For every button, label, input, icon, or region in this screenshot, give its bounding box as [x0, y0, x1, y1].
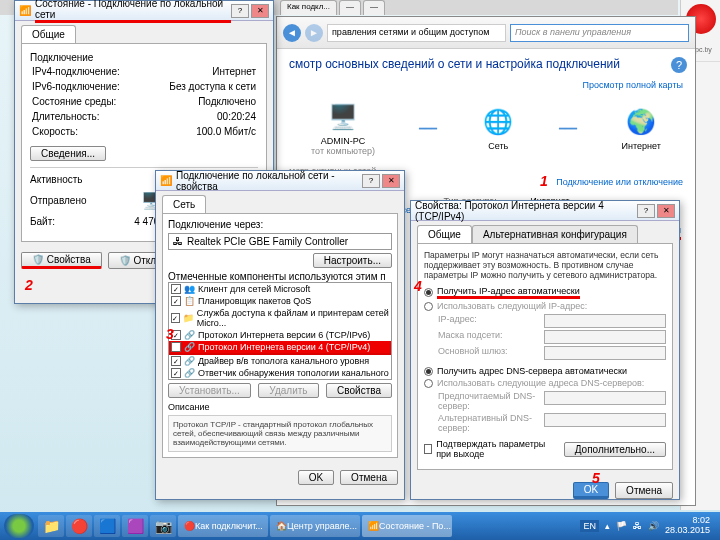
titlebar[interactable]: Свойства: Протокол Интернета версии 4 (T…	[411, 201, 679, 221]
explorer-pin-icon[interactable]: 📁	[38, 515, 64, 537]
duration-value: 00:20:24	[146, 110, 256, 123]
window-title: Подключение по локальной сети - свойства	[176, 170, 362, 192]
validate-label: Подтверждать параметры при выходе	[436, 439, 560, 459]
ok-button[interactable]: OK	[298, 470, 334, 485]
titlebar[interactable]: 📶 Подключение по локальной сети - свойст…	[156, 171, 404, 191]
list-item[interactable]: ✓👥 Клиент для сетей Microsoft	[169, 283, 391, 295]
taskbar: 📁 🔴 🟦 🟪 📷 🔴 Как подключит... 🏠 Центр упр…	[0, 512, 720, 540]
speed-value: 100.0 Мбит/с	[146, 125, 256, 138]
intro-text: Параметры IP могут назначаться автоматич…	[424, 250, 666, 280]
back-button[interactable]: ◄	[283, 24, 301, 42]
tab-general[interactable]: Общие	[417, 225, 472, 243]
network-icon: 🌐	[481, 105, 515, 139]
ip-address-field	[544, 314, 666, 328]
help-button[interactable]: ?	[637, 204, 655, 218]
tray-volume-icon[interactable]: 🔊	[648, 521, 659, 531]
tab-network[interactable]: Сеть	[162, 195, 206, 213]
cancel-button[interactable]: Отмена	[615, 482, 673, 499]
callout-3: 3	[166, 326, 174, 342]
signal-icon: 📶	[160, 175, 172, 187]
components-list[interactable]: ✓👥 Клиент для сетей Microsoft ✓📋 Планиро…	[168, 282, 392, 380]
taskbar-item[interactable]: 🔴 Как подключит...	[178, 515, 268, 537]
properties-button[interactable]: 🛡️ Свойства	[21, 252, 102, 269]
alt-dns-field	[544, 413, 666, 427]
search-input[interactable]: Поиск в панели управления	[510, 24, 689, 42]
callout-4: 4	[414, 278, 422, 294]
list-item[interactable]: ✓🔗 Ответчик обнаружения топологии каналь…	[169, 367, 391, 379]
radio-auto-ip[interactable]: Получить IP-адрес автоматически	[424, 286, 666, 299]
browser-tab[interactable]: Как подкл...	[280, 0, 337, 15]
signal-icon: 📶	[19, 5, 31, 17]
details-button[interactable]: Сведения...	[30, 146, 106, 161]
breadcrumb[interactable]: правления сетями и общим доступом	[327, 24, 506, 42]
radio-manual-dns[interactable]: Использовать следующие адреса DNS-сервер…	[424, 378, 666, 388]
close-button[interactable]: ✕	[251, 4, 269, 18]
components-label: Отмеченные компоненты используются этим …	[168, 271, 392, 282]
configure-button[interactable]: Настроить...	[313, 253, 392, 268]
app-pin-icon[interactable]: 🟪	[122, 515, 148, 537]
close-button[interactable]: ✕	[657, 204, 675, 218]
app-pin-icon[interactable]: 📷	[150, 515, 176, 537]
ok-button[interactable]: OK	[573, 482, 609, 499]
connect-using-label: Подключение через:	[168, 219, 392, 230]
tray-up-icon[interactable]: ▴	[605, 521, 610, 531]
computer-icon: 🖥️	[326, 100, 360, 134]
tab-alt-config[interactable]: Альтернативная конфигурация	[472, 225, 638, 243]
radio-auto-dns[interactable]: Получить адрес DNS-сервера автоматически	[424, 366, 666, 376]
nic-icon: 🖧	[173, 236, 183, 247]
ipv4-properties-window: Свойства: Протокол Интернета версии 4 (T…	[410, 200, 680, 500]
full-map-link[interactable]: Просмотр полной карты	[582, 80, 683, 90]
ipv6-value: Без доступа к сети	[146, 80, 256, 93]
help-button[interactable]: ?	[231, 4, 249, 18]
subnet-mask-field	[544, 330, 666, 344]
remove-button: Удалить	[258, 383, 318, 398]
ipv4-value: Интернет	[146, 65, 256, 78]
close-button[interactable]: ✕	[382, 174, 400, 188]
opera-pin-icon[interactable]: 🔴	[66, 515, 92, 537]
tab-general[interactable]: Общие	[21, 25, 76, 43]
start-button[interactable]	[4, 514, 34, 538]
map-node-network: 🌐 Сеть	[481, 105, 515, 151]
page-title: смотр основных сведений о сети и настрой…	[289, 57, 683, 71]
taskbar-item[interactable]: 🏠 Центр управле...	[270, 515, 360, 537]
forward-button[interactable]: ►	[305, 24, 323, 42]
callout-5: 5	[592, 470, 600, 486]
gateway-field	[544, 346, 666, 360]
help-icon[interactable]: ?	[671, 57, 687, 73]
list-item-selected[interactable]: ✓🔗 Протокол Интернета версии 4 (TCP/IPv4…	[169, 341, 391, 355]
titlebar[interactable]: 📶 Состояние - Подключение по локальной с…	[15, 1, 273, 21]
tray-flag-icon[interactable]: 🏳️	[616, 521, 627, 531]
advanced-button[interactable]: Дополнительно...	[564, 442, 666, 457]
install-button[interactable]: Установить...	[168, 383, 251, 398]
callout-2: 2	[25, 277, 33, 293]
taskbar-item-active[interactable]: 📶 Состояние - По...	[362, 515, 452, 537]
cancel-button[interactable]: Отмена	[340, 470, 398, 485]
state-value: Подключено	[146, 95, 256, 108]
list-item[interactable]: ✓🔗 Протокол Интернета версии 6 (TCP/IPv6…	[169, 329, 391, 341]
list-item[interactable]: ✓🔗 Драйвер в/в тополога канального уровн…	[169, 355, 391, 367]
map-node-pc: 🖥️ ADMIN-PC тот компьютер)	[311, 100, 375, 156]
window-title: Свойства: Протокол Интернета версии 4 (T…	[415, 200, 637, 222]
preferred-dns-field	[544, 391, 666, 405]
window-title: Состояние - Подключение по локальной сет…	[35, 0, 231, 23]
browser-tab[interactable]: —	[363, 0, 385, 15]
internet-icon: 🌍	[624, 105, 658, 139]
sent-label: Отправлено	[30, 195, 86, 206]
list-item[interactable]: ✓📁 Служба доступа к файлам и принтерам с…	[169, 307, 391, 329]
tray-network-icon[interactable]: 🖧	[633, 521, 642, 531]
connection-properties-window: 📶 Подключение по локальной сети - свойст…	[155, 170, 405, 500]
language-indicator[interactable]: EN	[580, 520, 599, 532]
adapter-name: 🖧 Realtek PCIe GBE Family Controller	[168, 233, 392, 250]
description-label: Описание	[168, 402, 392, 412]
clock[interactable]: 8:02 28.03.2015	[665, 516, 710, 536]
map-node-internet: 🌍 Интернет	[622, 105, 661, 151]
callout-1: 1	[540, 173, 548, 189]
app-pin-icon[interactable]: 🟦	[94, 515, 120, 537]
radio-manual-ip[interactable]: Использовать следующий IP-адрес:	[424, 301, 666, 311]
help-button[interactable]: ?	[362, 174, 380, 188]
validate-checkbox[interactable]	[424, 444, 432, 454]
list-item[interactable]: ✓📋 Планировщик пакетов QoS	[169, 295, 391, 307]
component-properties-button[interactable]: Свойства	[326, 383, 392, 398]
connect-disconnect-link[interactable]: Подключение или отключение	[556, 177, 683, 187]
browser-tab[interactable]: —	[339, 0, 361, 15]
